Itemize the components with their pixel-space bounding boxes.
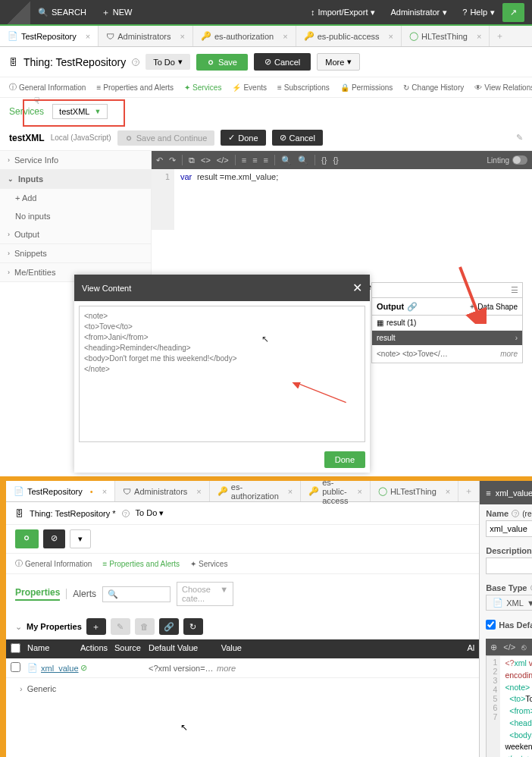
more-link[interactable]: more xyxy=(500,350,518,358)
chevron-icon: › xyxy=(515,334,518,342)
nav-subscriptions[interactable]: ≡ Subscriptions xyxy=(277,82,330,93)
section-snippets[interactable]: ›Snippets xyxy=(0,244,151,263)
format-icon[interactable]: ⎋ xyxy=(521,642,527,652)
row-checkbox[interactable] xyxy=(11,662,20,672)
search-input[interactable]: 🔍 xyxy=(102,586,171,602)
close-icon[interactable]: × xyxy=(180,32,185,41)
new-tab[interactable]: ＋ xyxy=(490,30,510,42)
search-icon[interactable]: 🔍 xyxy=(281,155,292,165)
tab-alerts[interactable]: Alerts xyxy=(73,589,96,599)
indent-left-icon[interactable]: ≡ xyxy=(242,155,246,165)
todo-dropdown-2[interactable]: To Do ▾ xyxy=(136,508,164,518)
more-button-2[interactable]: ▾ xyxy=(70,529,91,548)
add-icon[interactable]: ⊕ xyxy=(490,642,497,652)
tab-testrepository[interactable]: 📄 TestRepository× xyxy=(0,26,99,46)
nav-events[interactable]: ⚡ Events xyxy=(232,82,267,93)
more-dropdown[interactable]: More ▾ xyxy=(317,53,360,71)
xml-editor[interactable]: 1234567 <?xml version="1.0" encoding="UT… xyxy=(486,655,532,757)
nav-relationships[interactable]: 👁 View Relationships xyxy=(474,82,532,93)
nav-props-alerts[interactable]: ≡ Properties and Alerts xyxy=(96,82,174,93)
help-icon[interactable]: ? xyxy=(122,510,130,517)
launch-button[interactable]: ↗ xyxy=(502,3,524,22)
close-icon[interactable]: × xyxy=(477,32,481,41)
tab-es-public[interactable]: 🔑 es-public-access× xyxy=(296,26,402,46)
cancel-svc-button[interactable]: ⊘ Cancel xyxy=(272,130,323,146)
close-icon[interactable]: × xyxy=(389,32,393,41)
import-export-menu[interactable]: ↕ Import/Export ▾ xyxy=(303,8,383,17)
nav-general-info[interactable]: ⓘ General Information xyxy=(15,558,92,569)
indent-right-icon[interactable]: ≡ xyxy=(252,155,257,165)
tab-properties[interactable]: Properties xyxy=(15,587,60,601)
close-icon[interactable]: × xyxy=(102,487,107,496)
table-row[interactable]: 📄 xml_value ⊘ <?xml version=… more xyxy=(6,658,479,678)
tab-es-public[interactable]: 🔑 es-public-access× xyxy=(301,481,371,501)
search-menu[interactable]: 🔍 SEARCH xyxy=(30,8,94,17)
code-icon[interactable]: </> xyxy=(503,642,515,652)
comment-icon[interactable]: ⧉ xyxy=(189,155,195,165)
code-icon[interactable]: </> xyxy=(217,155,229,165)
link-button[interactable]: 🔗 xyxy=(159,618,179,635)
tab-administrators[interactable]: 🛡 Administrators× xyxy=(99,26,193,46)
collapse-icon[interactable]: ☰ xyxy=(511,285,518,295)
action-icon[interactable]: ⊘ xyxy=(80,663,114,673)
close-icon[interactable]: × xyxy=(86,32,90,41)
tab-testrepository[interactable]: 📄 TestRepository•× xyxy=(6,481,115,501)
cancel-button[interactable]: ⊘ Cancel xyxy=(254,53,311,71)
cancel-button-2[interactable]: ⊘ xyxy=(43,529,65,548)
has-default-checkbox[interactable] xyxy=(486,620,496,630)
desc-input[interactable] xyxy=(486,558,532,574)
section-service-info[interactable]: ›Service Info xyxy=(0,151,151,170)
nav-general-info[interactable]: ⓘ General Information xyxy=(9,82,86,93)
category-select[interactable]: Choose cate...▼ xyxy=(177,582,233,606)
nav-change-history[interactable]: ↻ Change History xyxy=(403,82,464,93)
tab-administrators[interactable]: 🛡 Administrators× xyxy=(115,481,210,501)
save-button-2[interactable]: ⭘ xyxy=(15,529,39,548)
section-inputs[interactable]: ⌄Inputs xyxy=(0,170,151,189)
save-button[interactable]: ⭘ Save xyxy=(196,54,248,71)
prop-name-link[interactable]: xml_value xyxy=(41,664,79,673)
section-output[interactable]: ›Output xyxy=(0,225,151,244)
replace-icon[interactable]: 🔍 xyxy=(298,155,308,165)
link-icon[interactable]: 🔗 xyxy=(407,302,418,312)
undo-icon[interactable]: ↶ xyxy=(156,155,163,165)
detail-title: xml_value * xyxy=(496,488,532,498)
tab-hltest[interactable]: ◯ HLTestThing× xyxy=(371,481,458,501)
more-link[interactable]: more xyxy=(217,664,236,673)
help-icon[interactable]: ? xyxy=(512,510,519,517)
refresh-button[interactable]: ↻ xyxy=(183,618,203,635)
modal-done-button[interactable]: Done xyxy=(324,451,365,468)
help-icon[interactable]: ? xyxy=(132,58,139,66)
result-content[interactable]: <note> <to>Tove</…more xyxy=(372,345,522,363)
code-editor[interactable]: 1 var result =me.xml_value; xyxy=(152,169,532,230)
generic-section[interactable]: ›Generic xyxy=(6,678,479,699)
nav-permissions[interactable]: 🔒 Permissions xyxy=(340,82,393,93)
nav-services[interactable]: ✦ Services xyxy=(190,558,227,569)
format-icon[interactable]: ≡ xyxy=(264,155,268,165)
unfold-icon[interactable]: {} xyxy=(333,155,338,165)
add-button[interactable]: ＋ xyxy=(86,618,106,635)
new-menu[interactable]: ＋ NEW xyxy=(94,7,140,18)
redo-icon[interactable]: ↷ xyxy=(169,155,176,165)
add-input[interactable]: + Add xyxy=(0,189,151,207)
tab-es-auth[interactable]: 🔑 es-authorization× xyxy=(210,481,301,501)
nav-services[interactable]: ✦ Services xyxy=(184,82,221,93)
linting-toggle[interactable]: Linting xyxy=(487,155,527,165)
help-menu[interactable]: ? Help ▾ xyxy=(455,8,502,17)
nav-props-alerts[interactable]: ≡ Properties and Alerts xyxy=(102,558,180,569)
close-icon[interactable]: × xyxy=(283,32,287,41)
basetype-select[interactable]: 📄 XML ▼ xyxy=(486,595,532,611)
close-icon[interactable]: ✕ xyxy=(352,281,362,295)
admin-menu[interactable]: Administrator ▾ xyxy=(383,8,455,17)
done-button[interactable]: ✓ Done xyxy=(221,130,265,146)
new-tab[interactable]: ＋ xyxy=(458,485,479,497)
tab-hltest[interactable]: ◯ HLTestThing× xyxy=(402,26,490,46)
todo-dropdown[interactable]: To Do ▾ xyxy=(146,54,190,70)
data-shape-button[interactable]: ＋ Data Shape xyxy=(468,301,518,312)
tab-es-auth[interactable]: 🔑 es-authorization× xyxy=(193,26,296,46)
select-all-checkbox[interactable] xyxy=(11,643,20,653)
edit-icon[interactable]: ✎ xyxy=(516,133,523,143)
result-header[interactable]: result› xyxy=(372,331,522,345)
name-input[interactable] xyxy=(486,520,532,537)
brackets-icon[interactable]: <> xyxy=(201,155,211,165)
fold-icon[interactable]: {} xyxy=(321,155,327,165)
